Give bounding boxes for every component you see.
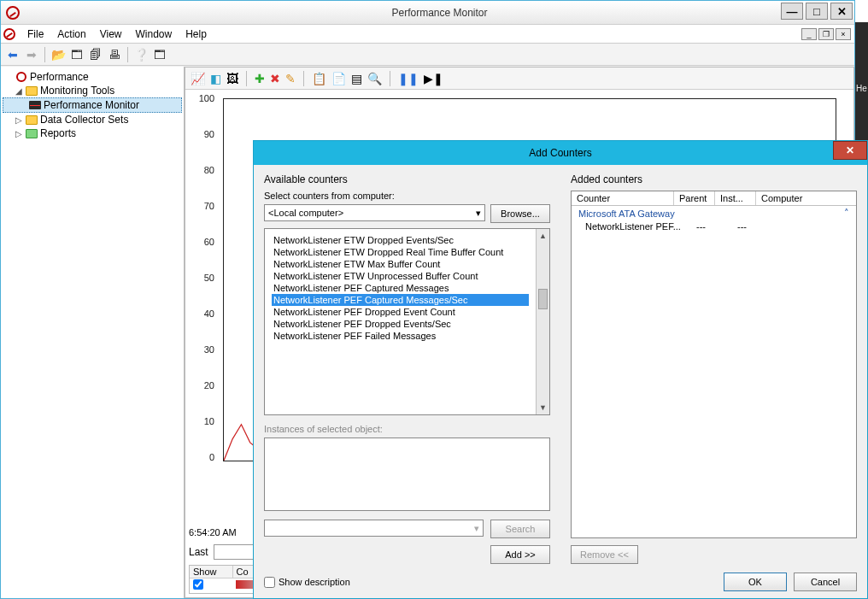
add-button[interactable]: Add >> [490,545,550,564]
available-column: Available counters Select counters from … [264,173,550,564]
col-computer[interactable]: Computer [756,191,856,205]
dialog-footer: Show description OK Cancel [264,573,857,591]
menu-file[interactable]: File [21,26,50,43]
browse-button[interactable]: Browse... [490,204,550,223]
view-icon[interactable]: 🗔 [68,46,85,63]
forward-icon[interactable]: ➡ [23,46,40,63]
help-icon[interactable]: ❔ [132,46,150,63]
ytick: 50 [189,273,214,283]
menu-window[interactable]: Window [129,26,179,43]
ytick: 80 [189,165,214,175]
added-label: Added counters [571,173,857,185]
tree-reports[interactable]: ▷Reports [3,126,182,140]
added-column: Added counters Counter Parent Inst... Co… [571,173,857,564]
add-counter-icon[interactable]: ✚ [255,72,265,85]
cube-icon[interactable]: ◧ [210,72,221,85]
menu-action[interactable]: Action [50,26,92,43]
show-description-checkbox[interactable]: Show description [264,577,350,588]
highlight-icon[interactable]: ✎ [285,72,296,85]
search-combo[interactable]: ▾ [264,520,484,537]
ytick: 40 [189,308,214,319]
select-computer-label: Select counters from computer: [264,191,550,201]
added-table[interactable]: Counter Parent Inst... Computer Microsof… [571,191,857,538]
titlebar: Performance Monitor — □ ✕ [1,1,854,25]
dialog-titlebar[interactable]: Add Counters ✕ [254,141,867,165]
tree[interactable]: Performance ◢Monitoring Tools Performanc… [1,67,185,598]
tree-monitoring-tools[interactable]: ◢Monitoring Tools [3,84,182,97]
app-icon-small [3,28,15,40]
computer-combo[interactable]: <Local computer>▾ [264,204,485,221]
window-buttons: — □ ✕ [781,3,853,20]
mdi-controls: _ ❐ × [801,28,854,40]
separator [44,47,45,62]
added-row[interactable]: NetworkListener PEF... --- --- [572,220,856,232]
close-button[interactable]: ✕ [830,3,853,20]
scrollbar[interactable]: ▲▼ [536,229,549,414]
mdi-minimize[interactable]: _ [801,28,817,40]
properties-icon[interactable]: ▤ [351,72,362,85]
tree-label: Performance [30,71,89,83]
mdi-restore[interactable]: ❐ [818,28,834,40]
print-icon[interactable]: 🖶 [106,46,123,63]
chart-type-icon[interactable]: 📈 [191,72,205,85]
legend-show-checkbox[interactable] [193,579,203,590]
copy-icon[interactable]: 🗐 [87,46,104,63]
counter-item[interactable]: NetworkListener PEF Dropped Events/Sec [272,318,529,330]
search-button[interactable]: Search [490,520,550,538]
dialog-body: Available counters Select counters from … [254,165,867,598]
counter-item[interactable]: NetworkListener ETW Unprocessed Buffer C… [272,270,529,282]
dialog-title: Add Counters [529,147,591,159]
zoom-icon[interactable]: 🔍 [367,72,382,85]
chevron-down-icon: ▾ [476,208,481,219]
tree-performance[interactable]: Performance [3,70,182,84]
chevron-down-icon: ▾ [474,523,479,534]
ytick: 90 [189,129,214,139]
x-axis-label: 6:54:20 AM [189,527,237,537]
remove-button[interactable]: Remove << [571,545,638,564]
image-icon[interactable]: 🖼 [226,72,238,85]
folder-icon[interactable]: 📂 [50,46,67,63]
ok-button[interactable]: OK [724,573,787,591]
tree-label: Reports [40,127,76,139]
back-icon[interactable]: ⬅ [4,46,21,63]
props-icon[interactable]: 🗔 [151,46,168,63]
ytick: 70 [189,201,214,211]
counter-item[interactable]: NetworkListener ETW Dropped Events/Sec [272,234,529,246]
col-parent[interactable]: Parent [674,191,715,205]
delete-counter-icon[interactable]: ✖ [270,72,280,85]
counter-item[interactable]: NetworkListener PEF Captured Messages [272,282,529,294]
menubar: File Action View Window Help _ ❐ × [1,25,854,44]
ytick: 10 [189,416,214,426]
menu-view[interactable]: View [93,26,129,43]
minimize-button[interactable]: — [781,3,803,20]
tree-label: Monitoring Tools [40,85,114,97]
added-group[interactable]: Microsoft ATA Gateway˄ [572,206,856,220]
menu-help[interactable]: Help [179,26,214,43]
counter-item[interactable]: NetworkListener ETW Max Buffer Count [272,258,529,270]
available-label: Available counters [264,173,550,185]
col-counter[interactable]: Counter [572,191,674,205]
separator [127,47,128,62]
ytick: 30 [189,344,214,355]
update-icon[interactable]: ▶❚ [424,72,443,85]
dialog-close-button[interactable]: ✕ [833,141,867,160]
tree-data-collector-sets[interactable]: ▷Data Collector Sets [3,113,182,126]
counter-item[interactable]: NetworkListener PEF Captured Messages/Se… [272,294,529,306]
tree-label: Performance Monitor [44,99,139,111]
cancel-button[interactable]: Cancel [794,573,857,591]
maximize-button[interactable]: □ [806,3,828,20]
paste-icon[interactable]: 📄 [331,72,346,85]
mdi-close[interactable]: × [836,28,851,40]
col-instance[interactable]: Inst... [715,191,756,205]
counter-item[interactable]: NetworkListener PEF Failed Messages [272,330,529,342]
tree-label: Data Collector Sets [40,114,128,126]
counter-item[interactable]: NetworkListener ETW Dropped Real Time Bu… [272,246,529,258]
freeze-icon[interactable]: ❚❚ [398,72,419,85]
last-label: Last [189,546,208,558]
counter-item[interactable]: NetworkListener PEF Dropped Event Count [272,306,529,318]
counter-listbox[interactable]: NetworkListener ETW Dropped Events/SecNe… [264,228,550,415]
legend-col-show[interactable]: Show [190,566,232,578]
copy-icon[interactable]: 📋 [312,72,326,85]
instances-listbox[interactable] [264,438,550,511]
tree-perfmon[interactable]: Performance Monitor [3,97,182,113]
